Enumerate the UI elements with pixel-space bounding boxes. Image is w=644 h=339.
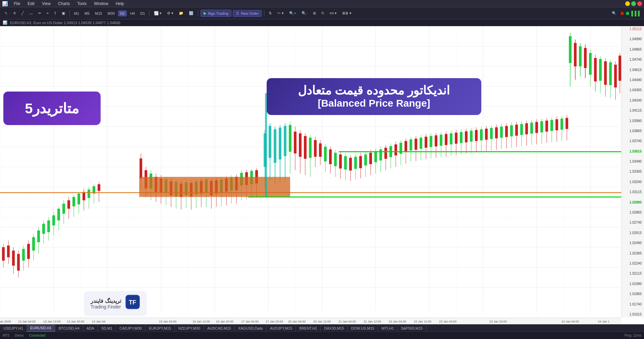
zoom-in-btn[interactable]: 🔍+ bbox=[287, 10, 298, 16]
tf-m15[interactable]: M15 bbox=[93, 10, 104, 16]
svg-rect-159 bbox=[584, 48, 587, 68]
svg-rect-223 bbox=[480, 129, 483, 140]
svg-rect-213 bbox=[455, 133, 458, 144]
svg-rect-33 bbox=[17, 254, 20, 271]
chart-type-btn[interactable]: 📈 ▾ bbox=[152, 10, 164, 16]
menu-bar: 📊 File Edit View Charts Tools Window Hel… bbox=[0, 0, 644, 7]
time-label-15: 22 Jan 12:00 bbox=[414, 320, 431, 323]
tab-brent-h1[interactable]: BRENT,H1 bbox=[296, 325, 321, 332]
price-label-26: 1.01990 bbox=[623, 282, 643, 286]
tab-dowus-m15[interactable]: DOW.US,M15 bbox=[348, 325, 378, 332]
svg-rect-171 bbox=[614, 65, 617, 88]
templates-btn[interactable]: 📁 bbox=[177, 10, 185, 16]
time-label-11: 20 Jan 12:00 bbox=[313, 320, 331, 323]
tab-nzdjpy-m30[interactable]: NZDJPY,M30 bbox=[175, 325, 204, 332]
algo-trading-btn[interactable]: ▶ Algo Trading bbox=[201, 10, 231, 17]
chart-settings-btn[interactable]: ⚙ ▾ bbox=[165, 10, 175, 16]
refresh-btn[interactable]: ↻ bbox=[319, 10, 326, 16]
grid-btn[interactable]: ⊞ bbox=[311, 10, 318, 16]
svg-rect-119 bbox=[274, 129, 276, 163]
tf-m5[interactable]: M5 bbox=[83, 10, 92, 16]
menu-window[interactable]: Window bbox=[93, 1, 110, 7]
menu-file[interactable]: File bbox=[12, 1, 21, 7]
time-label-17: 23 Jan 20:00 bbox=[489, 320, 507, 323]
watermark-fa: تریدینگ فایندر bbox=[91, 298, 121, 304]
menu-view[interactable]: View bbox=[41, 1, 52, 7]
time-label-3: 13 Jan 20:00 bbox=[67, 320, 84, 323]
svg-rect-243 bbox=[530, 123, 533, 134]
time-axis: 10 Jan 2025 13 Jan 04:00 13 Jan 12:00 13… bbox=[0, 318, 621, 324]
svg-rect-151 bbox=[354, 157, 357, 169]
buy-sell-btn[interactable]: ⇅ bbox=[267, 10, 274, 16]
price-label-28: 1.01740 bbox=[623, 303, 643, 306]
tf-d1[interactable]: D1 bbox=[138, 10, 147, 16]
tf-h4[interactable]: H4 bbox=[128, 10, 137, 16]
menu-tools[interactable]: Tools bbox=[76, 1, 88, 7]
tab-btcusd-h4[interactable]: BTCUSD,H4 bbox=[55, 325, 83, 332]
chart-zoom-btn[interactable]: 〜 ▾ bbox=[275, 10, 286, 17]
depth-btn[interactable]: ≣≣ ▾ bbox=[340, 10, 353, 16]
menu-charts[interactable]: Charts bbox=[57, 1, 71, 7]
fib-tool[interactable]: ⌖ bbox=[45, 10, 51, 16]
price-label-16: 1.03240 bbox=[623, 180, 643, 184]
time-label-14: 22 Jan 04:00 bbox=[389, 320, 406, 323]
line-tool[interactable]: ╱ bbox=[19, 10, 26, 16]
tab-eurusd-h1[interactable]: EURUSD,H1 bbox=[27, 325, 55, 332]
search-btn[interactable]: 🔍 bbox=[610, 10, 619, 16]
svg-rect-209 bbox=[445, 134, 447, 145]
svg-rect-205 bbox=[435, 135, 437, 147]
maximize-button[interactable] bbox=[631, 1, 636, 6]
indicators-btn[interactable]: 🔢 bbox=[187, 10, 196, 16]
svg-rect-241 bbox=[525, 123, 528, 134]
time-label-9: 17 Jan 20:00 bbox=[266, 320, 283, 323]
chart-area[interactable]: 1.05115 1.04990 1.04865 1.04740 1.04615 … bbox=[0, 26, 644, 324]
svg-rect-1 bbox=[0, 26, 621, 318]
ohlc-btn[interactable]: ≡≡ ▾ bbox=[328, 10, 339, 16]
tab-wti-h1[interactable]: WTI,H1 bbox=[378, 325, 397, 332]
new-order-btn[interactable]: 🗒 New Order bbox=[233, 10, 262, 17]
tab-xagusd-daily[interactable]: XAGUSD,Daily bbox=[235, 325, 267, 332]
tf-h1[interactable]: H1 bbox=[118, 10, 127, 16]
tab-sp500-m15[interactable]: S&P500,M15 bbox=[397, 325, 426, 332]
svg-rect-141 bbox=[329, 150, 332, 164]
draw-tool[interactable]: ✏ bbox=[36, 10, 43, 16]
shapes-tool[interactable]: ▣ bbox=[60, 10, 67, 16]
tab-eurjpy-m15[interactable]: EURJPY,M15 bbox=[146, 325, 175, 332]
price-label-19: 1.02865 bbox=[623, 211, 643, 214]
close-button[interactable] bbox=[637, 1, 642, 6]
time-label-0: 10 Jan 2025 bbox=[0, 320, 11, 323]
tab-dax30-m15[interactable]: DAX30,M15 bbox=[321, 325, 347, 332]
svg-rect-169 bbox=[609, 62, 612, 85]
cursor-tool[interactable]: ↖ bbox=[3, 10, 10, 16]
price-label-7: 1.04365 bbox=[623, 89, 643, 92]
time-label-19: 24 Jan 1 bbox=[598, 320, 610, 323]
tab-usdjpy-h1[interactable]: USDJPY,H1 bbox=[0, 325, 27, 332]
svg-rect-215 bbox=[460, 132, 463, 143]
tf-m1[interactable]: M1 bbox=[72, 10, 81, 16]
svg-rect-195 bbox=[410, 139, 412, 151]
signal-bars: ▌▌▌ bbox=[631, 11, 641, 16]
tab-audjpy-m15[interactable]: AUDJPY,M15 bbox=[267, 325, 296, 332]
svg-rect-55 bbox=[72, 197, 75, 206]
tab-cadjpy-m30[interactable]: CADJPY,M30 bbox=[116, 325, 145, 332]
tf-m30[interactable]: M30 bbox=[106, 10, 117, 16]
menu-help[interactable]: Help bbox=[114, 1, 125, 7]
minimize-button[interactable] bbox=[625, 1, 630, 6]
zoom-out-btn[interactable]: 🔍- bbox=[300, 10, 310, 16]
svg-rect-237 bbox=[515, 125, 518, 136]
price-label-18: 1.02990 bbox=[623, 201, 643, 204]
svg-rect-41 bbox=[37, 230, 40, 242]
symbol-bar: 📊 EURUSD,H1: Euro vs US Dollar 1.04913 1… bbox=[0, 19, 644, 26]
svg-rect-229 bbox=[495, 127, 498, 138]
svg-rect-245 bbox=[535, 122, 538, 133]
crosshair-tool[interactable]: ✛ bbox=[11, 10, 18, 16]
price-label-9: 1.04115 bbox=[623, 109, 643, 112]
price-label-24: 1.02240 bbox=[623, 262, 643, 265]
hline-tool[interactable]: — bbox=[27, 10, 35, 16]
tab-audcad-m15[interactable]: AUDCAD,M15 bbox=[204, 325, 235, 332]
price-label-25: 1.02115 bbox=[623, 272, 643, 275]
tab-ada[interactable]: ADA bbox=[83, 325, 98, 332]
text-tool[interactable]: T bbox=[52, 10, 58, 16]
tab-sd-m1[interactable]: SD,M1 bbox=[98, 325, 116, 332]
menu-edit[interactable]: Edit bbox=[26, 1, 36, 7]
